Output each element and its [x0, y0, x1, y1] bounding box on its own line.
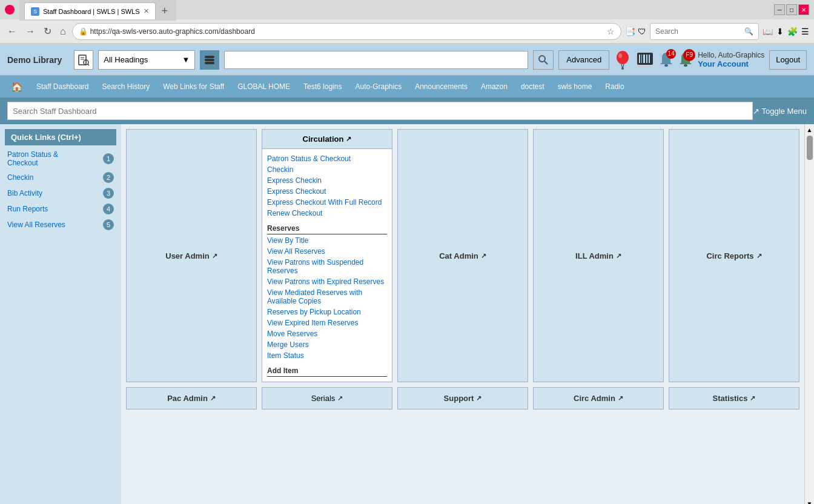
nav-search-history[interactable]: Search History — [96, 79, 156, 94]
menu-icon[interactable]: ☰ — [801, 27, 809, 36]
extensions-icon[interactable]: 🧩 — [787, 27, 798, 36]
browser-search-bar[interactable]: 🔍 — [650, 23, 759, 40]
search-icon-box[interactable] — [74, 50, 93, 70]
nav-doctest[interactable]: doctest — [515, 79, 551, 94]
notifications-item[interactable]: 14 — [659, 51, 673, 68]
scroll-up-btn[interactable]: ▲ — [807, 127, 813, 133]
circ-link-merge-users[interactable]: Merge Users — [267, 340, 387, 350]
circulation-links: Patron Status & Checkout Checkin Express… — [262, 149, 392, 382]
dashboard-search-input[interactable] — [7, 102, 753, 120]
pac-admin-arrow-icon: ↗ — [210, 394, 216, 402]
maximize-button[interactable]: □ — [786, 4, 797, 15]
circ-link-view-patrons-expired[interactable]: View Patrons with Expired Reserves — [267, 277, 387, 287]
ql-item-bib-activity[interactable]: Bib Activity 3 — [5, 185, 116, 201]
scrollbar[interactable]: ▲ ▼ — [804, 124, 814, 504]
support-button[interactable]: Support ↗ — [397, 387, 528, 409]
add-item-section-header: Add Item — [267, 364, 387, 377]
advanced-button[interactable]: Advanced — [558, 50, 609, 70]
refresh-button[interactable]: ↻ — [41, 24, 54, 38]
nav-bar: 🏠 Staff Dashboard Search History Web Lin… — [0, 76, 814, 98]
shield-icon[interactable]: 🛡 — [638, 27, 646, 36]
circ-link-reserves-pickup[interactable]: Reserves by Pickup Location — [267, 307, 387, 317]
star-icon[interactable]: ☆ — [607, 27, 615, 36]
forward-button[interactable]: → — [23, 25, 38, 38]
top-panels-row: User Admin ↗ Circulation ↗ Patron Status… — [126, 129, 799, 382]
nav-announcements[interactable]: Announcements — [409, 79, 474, 94]
circulation-header[interactable]: Circulation ↗ — [262, 130, 392, 149]
serials-label: Serials — [311, 394, 336, 403]
your-account-link[interactable]: Your Account — [698, 59, 749, 68]
circ-link-express-checkout-full[interactable]: Express Checkout With Full Record — [267, 197, 387, 207]
search-submit-button[interactable] — [533, 50, 554, 70]
app-header: Demo Library All Headings ▼ Advanced — [0, 44, 814, 76]
circ-link-view-mediated[interactable]: View Mediated Reserves with Available Co… — [267, 288, 387, 306]
ql-label-view-all-reserves: View All Reserves — [7, 220, 65, 229]
serials-button[interactable]: Serials ↗ — [262, 387, 392, 409]
toggle-menu-button[interactable]: ↗ Toggle Menu — [753, 107, 807, 116]
user-admin-button[interactable]: User Admin ↗ — [126, 129, 257, 382]
nav-home[interactable]: 🏠 — [5, 78, 29, 96]
active-tab[interactable]: S Staff Dashboard | SWLS | SWLS ✕ — [24, 2, 156, 19]
ql-badge-4: 4 — [103, 204, 114, 214]
balloon-icon-item[interactable] — [614, 50, 631, 70]
nav-radio[interactable]: Radio — [599, 79, 630, 94]
ql-item-checkin[interactable]: Checkin 2 — [5, 170, 116, 185]
circ-admin-button[interactable]: Circ Admin ↗ — [533, 387, 664, 409]
tab-close-btn[interactable]: ✕ — [144, 7, 149, 15]
circ-link-view-patrons-suspended[interactable]: View Patrons with Suspended Reserves — [267, 257, 387, 276]
circ-link-move-reserves[interactable]: Move Reserves — [267, 329, 387, 339]
main-search-input[interactable] — [224, 51, 528, 69]
address-bar: ← → ↻ ⌂ 🔒 https://qa-swls-verso.auto-gra… — [0, 19, 814, 44]
nav-swls-home[interactable]: swls home — [552, 79, 598, 94]
bookmark-icon[interactable]: 📑 — [625, 27, 635, 36]
home-button[interactable]: ⌂ — [58, 25, 68, 38]
new-tab-button[interactable]: + — [158, 5, 172, 18]
back-button[interactable]: ← — [5, 25, 19, 38]
ql-item-patron-status[interactable]: Patron Status &Checkout 1 — [5, 148, 116, 170]
circ-reports-button[interactable]: Circ Reports ↗ — [669, 129, 799, 382]
close-button[interactable]: ✕ — [798, 4, 809, 15]
circ-link-express-checkin[interactable]: Express Checkin — [267, 176, 387, 185]
nav-amazon[interactable]: Amazon — [475, 79, 514, 94]
minimize-button[interactable]: ─ — [774, 4, 785, 15]
url-bar[interactable]: 🔒 https://qa-swls-verso.auto-graphics.co… — [72, 23, 621, 40]
circ-link-item-status[interactable]: Item Status — [267, 351, 387, 360]
circ-link-express-checkout[interactable]: Express Checkout — [267, 187, 387, 196]
ql-item-run-reports[interactable]: Run Reports 4 — [5, 201, 116, 217]
circ-link-view-by-title[interactable]: View By Title — [267, 236, 387, 245]
circ-link-renew-checkout[interactable]: Renew Checkout — [267, 208, 387, 218]
nav-web-links[interactable]: Web Links for Staff — [157, 79, 230, 94]
circ-link-checkin[interactable]: Checkin — [267, 165, 387, 174]
nav-global-home[interactable]: GLOBAL HOME — [231, 79, 296, 94]
statistics-button[interactable]: Statistics ↗ — [669, 387, 799, 409]
pac-admin-button[interactable]: Pac Admin ↗ — [126, 387, 257, 409]
circ-link-view-all-reserves[interactable]: View All Reserves — [267, 247, 387, 256]
barcode-scanner-item[interactable] — [636, 50, 654, 70]
f9-item[interactable]: F9 — [678, 51, 693, 68]
scroll-thumb[interactable] — [807, 136, 813, 160]
circ-link-patron-status[interactable]: Patron Status & Checkout — [267, 154, 387, 164]
cat-admin-button[interactable]: Cat Admin ↗ — [397, 129, 528, 382]
ql-badge-3: 3 — [103, 188, 114, 199]
ill-admin-button[interactable]: ILL Admin ↗ — [533, 129, 664, 382]
hello-text: Hello, Auto-Graphics — [698, 51, 764, 59]
quick-links-title: Quick Links (Ctrl+) — [5, 129, 116, 145]
circ-link-view-expired-item[interactable]: View Expired Item Reserves — [267, 318, 387, 328]
scroll-down-btn[interactable]: ▼ — [807, 500, 813, 504]
title-bar: S Staff Dashboard | SWLS | SWLS ✕ + ─ □ … — [0, 0, 814, 19]
stack-icon[interactable] — [200, 50, 219, 70]
nav-test6-logins[interactable]: Test6 logins — [297, 79, 348, 94]
search-type-label: All Headings — [104, 55, 148, 64]
ql-badge-5: 5 — [103, 219, 114, 230]
ql-item-view-all-reserves[interactable]: View All Reserves 5 — [5, 217, 116, 233]
reader-icon[interactable]: 📖 — [763, 27, 773, 36]
logout-button[interactable]: Logout — [769, 50, 807, 70]
toggle-menu-label: Toggle Menu — [762, 107, 807, 116]
nav-auto-graphics[interactable]: Auto-Graphics — [349, 79, 408, 94]
book-search-icon — [78, 54, 90, 66]
browser-search-input[interactable] — [655, 27, 744, 36]
nav-staff-dashboard[interactable]: Staff Dashboard — [30, 79, 95, 94]
download-icon[interactable]: ⬇ — [776, 27, 784, 36]
svg-point-12 — [621, 67, 624, 70]
search-type-dropdown[interactable]: All Headings ▼ — [98, 50, 195, 70]
